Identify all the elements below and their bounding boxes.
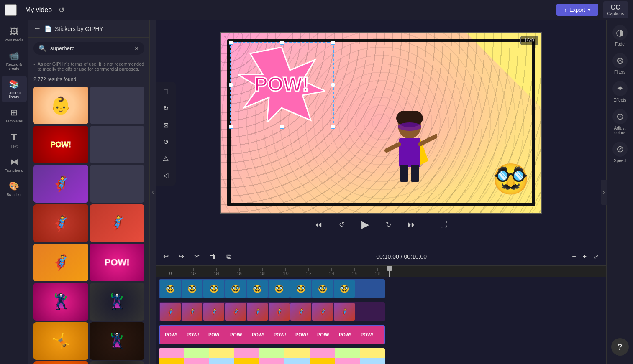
search-bar: 🔍 ✕ (33, 42, 144, 55)
zoom-in-button[interactable]: + (580, 251, 589, 262)
svg-point-4 (398, 122, 421, 131)
fade-label: Fade (615, 42, 625, 46)
aspect-ratio-badge: 16:9 (520, 36, 538, 45)
skip-to-start-button[interactable]: ⏮ (311, 217, 326, 232)
panel-collapse-handle[interactable]: ‹ (150, 20, 156, 364)
playhead-handle[interactable] (387, 266, 392, 271)
cut-button[interactable]: ✂ (192, 251, 202, 262)
back-button[interactable]: ← (33, 24, 41, 33)
sticker-item-hero-cape[interactable]: 🦸 (33, 244, 88, 281)
expand-timeline-button[interactable]: ⤢ (591, 251, 601, 262)
sticker-file-icon: 📄 (44, 25, 51, 32)
sticker-item-dark-hero[interactable]: 🦹 (90, 283, 145, 321)
sidebar-item-text[interactable]: T Text (2, 128, 27, 152)
record-create-icon: 📹 (9, 51, 19, 61)
captions-button[interactable]: CC Captions (603, 1, 628, 18)
cc-icon: CC (611, 4, 620, 11)
play-button[interactable]: ▶ (358, 217, 373, 232)
warning-icon[interactable]: ⚠ (159, 152, 172, 165)
sidebar-label-text: Text (10, 144, 18, 148)
timeline-ruler: 0 :02 :04 :06 :08 :10 :12 :14 :16 :18 (156, 266, 606, 277)
effects-icon: ✦ (612, 81, 628, 96)
flip-icon[interactable]: ◁ (159, 169, 172, 182)
panel-header: ← 📄 Stickers by GIPHY (28, 20, 149, 38)
track-mask-bar[interactable]: 🥸 🥸 🥸 🥸 🥸 🥸 🥸 🥸 🥸 (159, 279, 385, 298)
sticker-item-dark-hero2[interactable]: 🦹 (90, 322, 145, 360)
time-display: 00:10.00 / 00:10.00 (238, 253, 564, 260)
video-title: My video (25, 6, 52, 14)
sidebar-label-transitions: Transitions (5, 168, 23, 173)
timeline-area: ↩ ↪ ✂ 🗑 ⧉ 00:10.00 / 00:10.00 − + ⤢ (156, 247, 606, 364)
sticker-item-pow-anim[interactable]: POW! Add to timeline ☞ (90, 244, 145, 281)
save-icon[interactable]: ↺ (59, 5, 65, 15)
help-button[interactable]: ? (611, 338, 629, 356)
right-tool-speed[interactable]: ⊘ Speed (612, 142, 628, 163)
track-row-pow: POW! POW! POW! POW! POW! POW! POW! POW! … (156, 323, 606, 346)
speed-label: Speed (614, 158, 626, 163)
sticker-item-pow-red[interactable]: POW! (33, 126, 88, 163)
right-tool-effects[interactable]: ✦ Effects (612, 81, 628, 102)
sidebar-label-content-library: Contentlibrary (8, 91, 21, 99)
right-sidebar-collapse[interactable]: › (601, 180, 607, 205)
rotate-icon[interactable]: ↻ (159, 102, 172, 115)
fit-icon[interactable]: ⊠ (159, 119, 172, 132)
svg-rect-5 (399, 138, 420, 167)
effects-label: Effects (613, 98, 626, 102)
export-icon: ↑ (564, 7, 567, 13)
right-tool-filters[interactable]: ⊛ Filters (612, 53, 628, 74)
hand-cursor-icon: ☞ (111, 277, 123, 281)
right-sidebar: › ◑ Fade ⊛ Filters ✦ Effects ⊙ Adjustcol… (606, 20, 633, 364)
track-comic-bar[interactable] (159, 348, 385, 364)
svg-rect-8 (411, 165, 419, 182)
sticker-item-baby[interactable]: 👶 (33, 87, 88, 124)
right-tool-adjust-colors[interactable]: ⊙ Adjustcolors (612, 109, 628, 135)
undo-video-icon[interactable]: ↺ (159, 135, 172, 149)
sticker-item-spider[interactable]: 🕷 (90, 361, 145, 364)
mask-sticker[interactable]: 🥸 (492, 162, 529, 196)
giphy-notice: • As per GIPHY's terms of use, it is not… (28, 59, 149, 74)
svg-rect-7 (400, 165, 408, 182)
fast-forward-button[interactable]: ↻ (381, 217, 396, 232)
crop-icon[interactable]: ⊡ (159, 85, 172, 99)
track-hero-content: 🦸 🦸 🦸 🦸 🦸 🦸 🦸 🦸 🦸 (159, 302, 385, 321)
text-icon: T (11, 132, 17, 143)
sidebar-item-your-media[interactable]: 🖼 Your media (2, 23, 27, 46)
zoom-out-button[interactable]: − (569, 251, 578, 262)
duplicate-button[interactable]: ⧉ (224, 251, 233, 262)
sticker-item-pow-text[interactable]: POW! (33, 361, 88, 364)
sticker-item-2[interactable] (90, 87, 145, 124)
menu-button[interactable] (5, 4, 17, 16)
track-mask-content: 🥸 🥸 🥸 🥸 🥸 🥸 🥸 🥸 🥸 (159, 279, 385, 298)
skip-to-end-button[interactable]: ⏭ (405, 217, 420, 232)
sticker-item-stretch[interactable]: 🤸 (33, 322, 88, 360)
track-hero-bar[interactable]: 🦸 🦸 🦸 🦸 🦸 🦸 🦸 🦸 🦸 (159, 302, 385, 321)
sticker-item-6[interactable] (90, 165, 145, 203)
ruler-tick-02: :02 (182, 268, 205, 276)
ruler-tick-16: :16 (343, 268, 366, 276)
sidebar-item-templates[interactable]: ⊞ Templates (2, 104, 27, 127)
right-tool-fade[interactable]: ◑ Fade (612, 25, 628, 46)
clear-search-button[interactable]: ✕ (134, 45, 139, 52)
delete-button[interactable]: 🗑 (207, 251, 219, 262)
export-button[interactable]: ↑ Export ▾ (556, 4, 598, 16)
undo-button[interactable]: ↩ (161, 251, 171, 262)
sidebar-item-record-create[interactable]: 📹 Record &create (2, 47, 27, 74)
redo-button[interactable]: ↪ (176, 251, 187, 262)
sticker-item-hero-run[interactable]: 🦸 (33, 165, 88, 203)
sticker-item-superhero-fly[interactable]: 🦸 (90, 204, 145, 242)
sticker-item-4[interactable] (90, 126, 145, 163)
pow-sticker-element[interactable]: POW! (238, 47, 325, 122)
adjust-colors-label: Adjustcolors (614, 126, 626, 135)
sidebar-item-transitions[interactable]: ⧓ Transitions (2, 153, 27, 176)
track-pow-bar[interactable]: POW! POW! POW! POW! POW! POW! POW! POW! … (159, 325, 385, 344)
sidebar-item-content-library[interactable]: 📚 Contentlibrary (2, 76, 27, 102)
rewind-button[interactable]: ↺ (334, 217, 349, 232)
sticker-item-wonder[interactable]: 🦸‍♀️ (33, 204, 88, 242)
search-input[interactable] (50, 45, 131, 51)
filters-label: Filters (614, 70, 625, 74)
sticker-item-pink-hero[interactable]: 🦹 (33, 283, 88, 321)
sidebar-label-your-media: Your media (5, 38, 23, 42)
playhead[interactable] (389, 266, 390, 277)
sidebar-item-brand-kit[interactable]: 🎨 Brand kit (2, 178, 27, 200)
fullscreen-button[interactable]: ⛶ (436, 217, 451, 232)
